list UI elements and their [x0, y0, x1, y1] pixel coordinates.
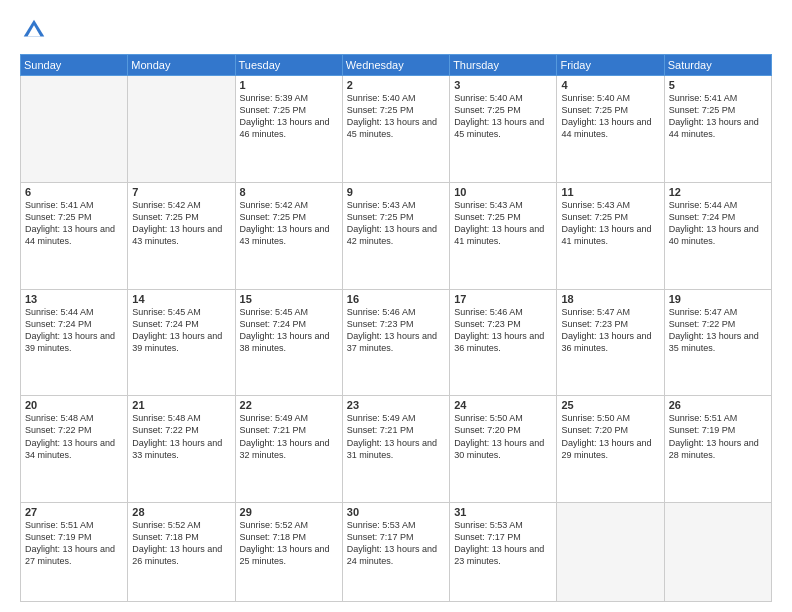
- calendar-cell: 15Sunrise: 5:45 AM Sunset: 7:24 PM Dayli…: [235, 289, 342, 396]
- day-number: 24: [454, 399, 552, 411]
- calendar-cell: 6Sunrise: 5:41 AM Sunset: 7:25 PM Daylig…: [21, 182, 128, 289]
- day-info: Sunrise: 5:50 AM Sunset: 7:20 PM Dayligh…: [561, 412, 659, 461]
- day-number: 18: [561, 293, 659, 305]
- day-info: Sunrise: 5:47 AM Sunset: 7:23 PM Dayligh…: [561, 306, 659, 355]
- logo-icon: [20, 16, 48, 44]
- day-number: 17: [454, 293, 552, 305]
- day-number: 16: [347, 293, 445, 305]
- day-number: 23: [347, 399, 445, 411]
- day-number: 30: [347, 506, 445, 518]
- day-info: Sunrise: 5:40 AM Sunset: 7:25 PM Dayligh…: [454, 92, 552, 141]
- day-info: Sunrise: 5:44 AM Sunset: 7:24 PM Dayligh…: [25, 306, 123, 355]
- day-info: Sunrise: 5:43 AM Sunset: 7:25 PM Dayligh…: [347, 199, 445, 248]
- day-info: Sunrise: 5:43 AM Sunset: 7:25 PM Dayligh…: [561, 199, 659, 248]
- calendar-cell: 8Sunrise: 5:42 AM Sunset: 7:25 PM Daylig…: [235, 182, 342, 289]
- day-info: Sunrise: 5:49 AM Sunset: 7:21 PM Dayligh…: [240, 412, 338, 461]
- day-info: Sunrise: 5:48 AM Sunset: 7:22 PM Dayligh…: [132, 412, 230, 461]
- calendar-cell: 7Sunrise: 5:42 AM Sunset: 7:25 PM Daylig…: [128, 182, 235, 289]
- day-number: 19: [669, 293, 767, 305]
- day-header-thursday: Thursday: [450, 55, 557, 76]
- day-info: Sunrise: 5:39 AM Sunset: 7:25 PM Dayligh…: [240, 92, 338, 141]
- day-info: Sunrise: 5:52 AM Sunset: 7:18 PM Dayligh…: [132, 519, 230, 568]
- day-info: Sunrise: 5:41 AM Sunset: 7:25 PM Dayligh…: [25, 199, 123, 248]
- day-number: 10: [454, 186, 552, 198]
- logo: [20, 16, 52, 44]
- day-number: 6: [25, 186, 123, 198]
- day-info: Sunrise: 5:44 AM Sunset: 7:24 PM Dayligh…: [669, 199, 767, 248]
- calendar-cell: 29Sunrise: 5:52 AM Sunset: 7:18 PM Dayli…: [235, 503, 342, 602]
- calendar-cell: 11Sunrise: 5:43 AM Sunset: 7:25 PM Dayli…: [557, 182, 664, 289]
- day-info: Sunrise: 5:53 AM Sunset: 7:17 PM Dayligh…: [454, 519, 552, 568]
- calendar-cell: 12Sunrise: 5:44 AM Sunset: 7:24 PM Dayli…: [664, 182, 771, 289]
- day-info: Sunrise: 5:45 AM Sunset: 7:24 PM Dayligh…: [240, 306, 338, 355]
- day-info: Sunrise: 5:42 AM Sunset: 7:25 PM Dayligh…: [240, 199, 338, 248]
- calendar-week-5: 27Sunrise: 5:51 AM Sunset: 7:19 PM Dayli…: [21, 503, 772, 602]
- day-info: Sunrise: 5:40 AM Sunset: 7:25 PM Dayligh…: [347, 92, 445, 141]
- calendar-cell: 17Sunrise: 5:46 AM Sunset: 7:23 PM Dayli…: [450, 289, 557, 396]
- day-number: 31: [454, 506, 552, 518]
- calendar-cell: 1Sunrise: 5:39 AM Sunset: 7:25 PM Daylig…: [235, 76, 342, 183]
- day-number: 5: [669, 79, 767, 91]
- calendar-cell: 21Sunrise: 5:48 AM Sunset: 7:22 PM Dayli…: [128, 396, 235, 503]
- day-info: Sunrise: 5:50 AM Sunset: 7:20 PM Dayligh…: [454, 412, 552, 461]
- calendar-cell: 9Sunrise: 5:43 AM Sunset: 7:25 PM Daylig…: [342, 182, 449, 289]
- day-number: 25: [561, 399, 659, 411]
- calendar-header-row: SundayMondayTuesdayWednesdayThursdayFrid…: [21, 55, 772, 76]
- calendar-cell: 25Sunrise: 5:50 AM Sunset: 7:20 PM Dayli…: [557, 396, 664, 503]
- day-number: 11: [561, 186, 659, 198]
- day-header-tuesday: Tuesday: [235, 55, 342, 76]
- day-number: 15: [240, 293, 338, 305]
- calendar-cell: 26Sunrise: 5:51 AM Sunset: 7:19 PM Dayli…: [664, 396, 771, 503]
- calendar-cell: 27Sunrise: 5:51 AM Sunset: 7:19 PM Dayli…: [21, 503, 128, 602]
- calendar-cell: 4Sunrise: 5:40 AM Sunset: 7:25 PM Daylig…: [557, 76, 664, 183]
- day-info: Sunrise: 5:47 AM Sunset: 7:22 PM Dayligh…: [669, 306, 767, 355]
- day-header-sunday: Sunday: [21, 55, 128, 76]
- calendar-cell: 31Sunrise: 5:53 AM Sunset: 7:17 PM Dayli…: [450, 503, 557, 602]
- header: [20, 16, 772, 44]
- day-info: Sunrise: 5:45 AM Sunset: 7:24 PM Dayligh…: [132, 306, 230, 355]
- day-info: Sunrise: 5:40 AM Sunset: 7:25 PM Dayligh…: [561, 92, 659, 141]
- calendar-week-1: 1Sunrise: 5:39 AM Sunset: 7:25 PM Daylig…: [21, 76, 772, 183]
- calendar-cell: 19Sunrise: 5:47 AM Sunset: 7:22 PM Dayli…: [664, 289, 771, 396]
- day-number: 12: [669, 186, 767, 198]
- day-number: 8: [240, 186, 338, 198]
- day-info: Sunrise: 5:46 AM Sunset: 7:23 PM Dayligh…: [347, 306, 445, 355]
- day-header-monday: Monday: [128, 55, 235, 76]
- calendar-cell: 2Sunrise: 5:40 AM Sunset: 7:25 PM Daylig…: [342, 76, 449, 183]
- calendar-cell: [21, 76, 128, 183]
- day-info: Sunrise: 5:46 AM Sunset: 7:23 PM Dayligh…: [454, 306, 552, 355]
- calendar-cell: [128, 76, 235, 183]
- calendar-cell: 10Sunrise: 5:43 AM Sunset: 7:25 PM Dayli…: [450, 182, 557, 289]
- day-info: Sunrise: 5:42 AM Sunset: 7:25 PM Dayligh…: [132, 199, 230, 248]
- calendar-table: SundayMondayTuesdayWednesdayThursdayFrid…: [20, 54, 772, 602]
- day-info: Sunrise: 5:53 AM Sunset: 7:17 PM Dayligh…: [347, 519, 445, 568]
- day-header-wednesday: Wednesday: [342, 55, 449, 76]
- day-number: 28: [132, 506, 230, 518]
- calendar-cell: 23Sunrise: 5:49 AM Sunset: 7:21 PM Dayli…: [342, 396, 449, 503]
- calendar-cell: 18Sunrise: 5:47 AM Sunset: 7:23 PM Dayli…: [557, 289, 664, 396]
- calendar-cell: 3Sunrise: 5:40 AM Sunset: 7:25 PM Daylig…: [450, 76, 557, 183]
- day-number: 20: [25, 399, 123, 411]
- page: SundayMondayTuesdayWednesdayThursdayFrid…: [0, 0, 792, 612]
- calendar-cell: 14Sunrise: 5:45 AM Sunset: 7:24 PM Dayli…: [128, 289, 235, 396]
- calendar-week-3: 13Sunrise: 5:44 AM Sunset: 7:24 PM Dayli…: [21, 289, 772, 396]
- calendar-cell: 13Sunrise: 5:44 AM Sunset: 7:24 PM Dayli…: [21, 289, 128, 396]
- day-number: 22: [240, 399, 338, 411]
- day-header-saturday: Saturday: [664, 55, 771, 76]
- day-number: 26: [669, 399, 767, 411]
- day-info: Sunrise: 5:43 AM Sunset: 7:25 PM Dayligh…: [454, 199, 552, 248]
- calendar-cell: 16Sunrise: 5:46 AM Sunset: 7:23 PM Dayli…: [342, 289, 449, 396]
- calendar-cell: 22Sunrise: 5:49 AM Sunset: 7:21 PM Dayli…: [235, 396, 342, 503]
- day-info: Sunrise: 5:41 AM Sunset: 7:25 PM Dayligh…: [669, 92, 767, 141]
- calendar-cell: 28Sunrise: 5:52 AM Sunset: 7:18 PM Dayli…: [128, 503, 235, 602]
- day-number: 2: [347, 79, 445, 91]
- calendar-cell: [557, 503, 664, 602]
- day-number: 3: [454, 79, 552, 91]
- day-number: 27: [25, 506, 123, 518]
- day-number: 29: [240, 506, 338, 518]
- day-info: Sunrise: 5:48 AM Sunset: 7:22 PM Dayligh…: [25, 412, 123, 461]
- day-number: 21: [132, 399, 230, 411]
- calendar-cell: [664, 503, 771, 602]
- day-number: 14: [132, 293, 230, 305]
- day-number: 7: [132, 186, 230, 198]
